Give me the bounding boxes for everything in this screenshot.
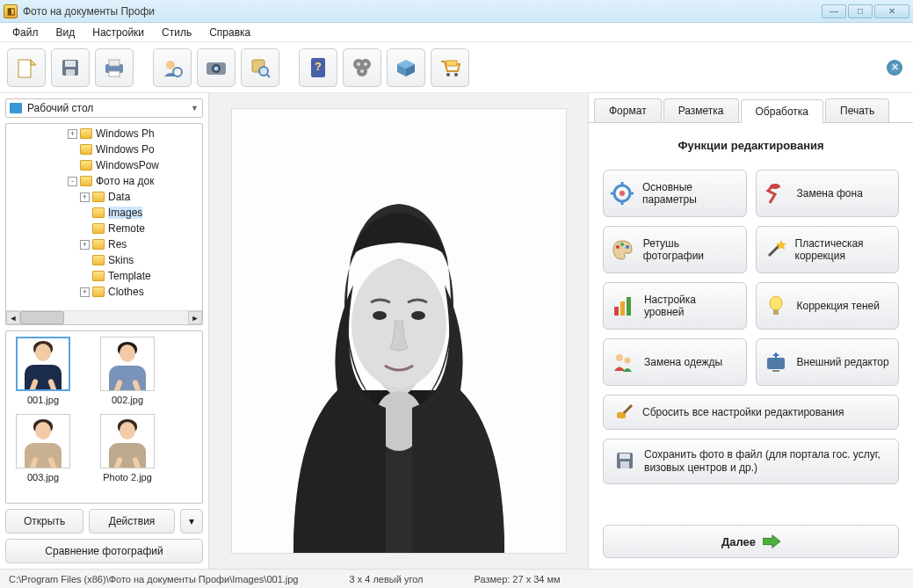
folder-icon <box>92 271 105 281</box>
tree-scrollbar[interactable]: ◄ ► <box>6 310 202 324</box>
actions-button[interactable]: Действия <box>89 509 175 534</box>
tool-new[interactable] <box>7 48 46 87</box>
func-retouch[interactable]: Ретушь фотографии <box>603 226 747 273</box>
tree-item[interactable]: +Res <box>6 236 202 252</box>
svg-rect-47 <box>614 307 619 316</box>
minimize-button[interactable]: — <box>822 4 846 18</box>
processing-header: Функции редактирования <box>603 139 899 152</box>
expand-icon[interactable]: + <box>80 240 90 250</box>
thumbnail-label: Photo 2.jpg <box>103 472 152 483</box>
scroll-right[interactable]: ► <box>188 311 202 324</box>
func-background-replace[interactable]: Замена фона <box>756 170 900 217</box>
svg-point-28 <box>454 73 458 76</box>
folder-icon <box>92 255 105 265</box>
func-label: Настройка уровней <box>644 294 739 319</box>
tool-package[interactable] <box>387 48 425 87</box>
tree-item[interactable]: +Windows Ph <box>6 126 202 142</box>
thumbnail[interactable]: 003.jpg <box>11 414 75 483</box>
close-button[interactable]: ✕ <box>874 4 909 18</box>
tool-cart[interactable] <box>431 48 469 87</box>
func-basic-params[interactable]: Основные параметры <box>603 170 747 217</box>
menu-view[interactable]: Вид <box>49 25 83 40</box>
svg-text:?: ? <box>315 60 322 73</box>
collapse-icon[interactable]: - <box>68 177 77 186</box>
tab-processing[interactable]: Обработка <box>741 99 824 123</box>
preview-panel <box>209 93 588 569</box>
func-label: Пластическая коррекция <box>795 237 892 263</box>
folder-tree[interactable]: +Windows PhWindows PoWindowsPow-Фото на … <box>5 123 203 325</box>
compare-button[interactable]: Сравнение фотографий <box>5 539 203 563</box>
thumbnail-image <box>100 414 155 468</box>
menu-style[interactable]: Стиль <box>155 25 199 40</box>
svg-point-22 <box>364 62 367 66</box>
tree-item[interactable]: Skins <box>6 252 202 268</box>
tool-save[interactable] <box>51 48 90 87</box>
actions-dropdown[interactable]: ▾ <box>180 509 203 534</box>
menu-file[interactable]: Файл <box>5 25 46 40</box>
tool-print[interactable] <box>95 48 134 87</box>
tree-item-label: Фото на док <box>96 175 154 187</box>
save-file-button[interactable]: Сохранить фото в файл (для портала гос. … <box>603 439 899 484</box>
tree-spacer <box>80 208 90 218</box>
tree-item-label: Data <box>108 191 130 203</box>
tree-item[interactable]: Template <box>6 268 202 284</box>
bars-icon <box>611 294 635 318</box>
tree-item[interactable]: Remote <box>6 221 202 236</box>
expand-icon[interactable]: + <box>80 192 90 202</box>
thumbnail[interactable]: Photo 2.jpg <box>96 414 159 483</box>
svg-point-33 <box>373 311 387 320</box>
tree-item[interactable]: +Clothes <box>6 284 202 300</box>
folder-selector[interactable]: Рабочий стол ▼ <box>5 98 203 118</box>
brush-icon <box>614 402 634 424</box>
thumbnail[interactable]: 001.jpg <box>11 337 75 405</box>
func-levels[interactable]: Настройка уровней <box>603 282 747 330</box>
func-external-editor[interactable]: Внешний редактор <box>756 338 900 386</box>
tool-search[interactable] <box>241 48 279 87</box>
menu-settings[interactable]: Настройки <box>85 25 151 40</box>
tab-format[interactable]: Формат <box>594 98 662 122</box>
open-button[interactable]: Открыть <box>5 509 83 534</box>
func-clothes-replace[interactable]: Замена одежды <box>603 338 747 386</box>
func-label: Внешний редактор <box>797 356 889 368</box>
func-label: Основные параметры <box>642 181 739 207</box>
tool-help-book[interactable]: ? <box>299 48 337 87</box>
folder-icon <box>80 176 92 186</box>
next-label: Далее <box>721 535 756 548</box>
tree-item[interactable]: +Data <box>6 189 202 205</box>
maximize-button[interactable]: □ <box>848 4 873 18</box>
scroll-left[interactable]: ◄ <box>6 311 20 324</box>
tree-item[interactable]: Windows Po <box>6 142 202 157</box>
reset-label: Сбросить все настройки редактирования <box>642 406 844 418</box>
svg-point-8 <box>166 61 175 69</box>
svg-rect-6 <box>109 60 120 66</box>
app-icon: ◧ <box>4 4 18 18</box>
tab-layout[interactable]: Разметка <box>663 98 739 122</box>
tree-item[interactable]: WindowsPow <box>6 157 202 173</box>
svg-point-53 <box>625 358 631 364</box>
func-shadow-correction[interactable]: Коррекция теней <box>756 282 900 330</box>
reset-button[interactable]: Сбросить все настройки редактирования <box>603 395 899 430</box>
expand-icon[interactable]: + <box>68 129 77 139</box>
tree-item[interactable]: -Фото на док <box>6 173 202 189</box>
folder-icon <box>92 287 105 297</box>
svg-point-9 <box>173 68 182 76</box>
tool-reel[interactable] <box>343 48 381 87</box>
tool-user[interactable] <box>153 48 192 87</box>
next-button[interactable]: Далее <box>603 525 899 558</box>
func-plastic-correction[interactable]: Пластическая коррекция <box>756 226 900 273</box>
svg-rect-49 <box>627 297 631 316</box>
chevron-down-icon: ▼ <box>191 104 199 113</box>
people-icon <box>611 350 635 374</box>
tab-print[interactable]: Печать <box>825 98 889 122</box>
svg-point-44 <box>626 245 629 249</box>
tree-spacer <box>68 145 77 155</box>
panel-collapse-button[interactable]: ✕ <box>887 60 902 76</box>
menu-help[interactable]: Справка <box>202 25 257 40</box>
folder-icon <box>80 144 92 155</box>
tree-item[interactable]: Images <box>6 205 202 221</box>
expand-icon[interactable]: + <box>80 287 90 297</box>
photo-preview <box>232 109 566 553</box>
tool-camera[interactable] <box>197 48 235 87</box>
thumbnail[interactable]: 002.jpg <box>96 337 159 405</box>
svg-point-23 <box>360 69 364 73</box>
